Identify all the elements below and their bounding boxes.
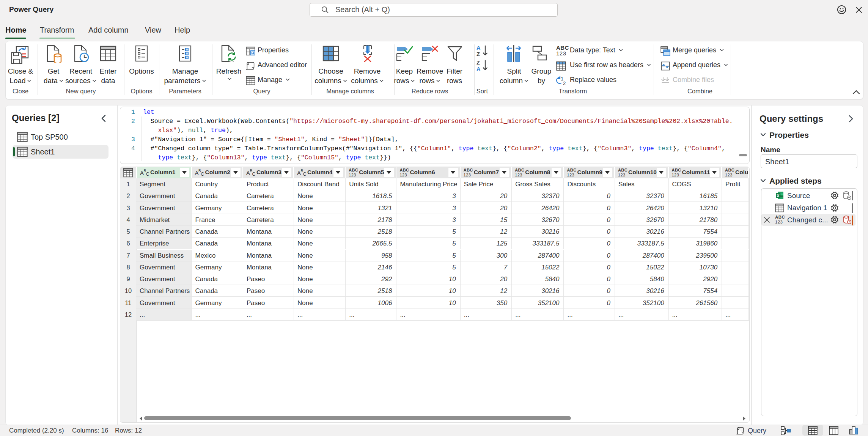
svg-text:Z: Z (476, 60, 480, 66)
svg-text:X: X (777, 194, 780, 198)
svg-text:A: A (476, 66, 481, 72)
svg-text:2: 2 (563, 80, 566, 86)
svg-text:A: A (476, 45, 481, 51)
svg-text:Z: Z (476, 51, 480, 57)
